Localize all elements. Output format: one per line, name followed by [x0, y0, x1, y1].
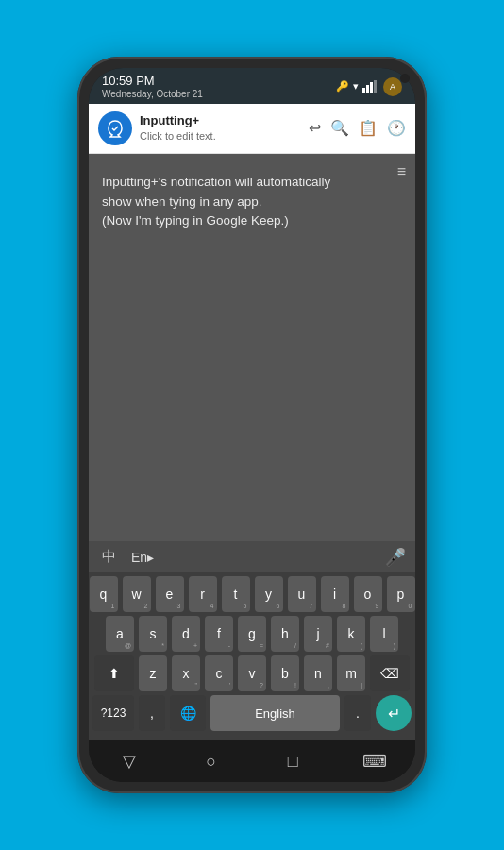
- signal-icon: [362, 80, 379, 94]
- keyboard-switch-button[interactable]: ⌨: [358, 744, 392, 778]
- svg-rect-3: [374, 80, 377, 94]
- key-o[interactable]: o9: [354, 576, 382, 612]
- notif-actions: ↩ 🔍 📋 🕐: [309, 119, 406, 137]
- phone-frame: 10:59 PM Wednesday, October 21 🔑 ▾ A: [77, 57, 427, 793]
- notif-subtitle: Click to edit text.: [140, 129, 301, 143]
- search-button[interactable]: 🔍: [330, 119, 349, 137]
- space-key[interactable]: English: [210, 695, 340, 731]
- key-c[interactable]: c': [205, 655, 233, 691]
- enter-key[interactable]: ↵: [376, 695, 412, 731]
- key-n[interactable]: n,: [304, 655, 332, 691]
- comma-key[interactable]: ,: [139, 695, 165, 731]
- globe-key[interactable]: 🌐: [170, 695, 206, 731]
- key-p[interactable]: p0: [387, 576, 415, 612]
- key-r[interactable]: r4: [189, 576, 217, 612]
- key-icon: 🔑: [336, 80, 349, 93]
- shift-key[interactable]: ⬆: [94, 655, 134, 691]
- keyboard-toolbar: 中 En▸ 🎤: [89, 541, 415, 572]
- key-a[interactable]: a@: [106, 616, 134, 652]
- camera-dot: [400, 74, 410, 83]
- notification-text: Inputting+ Click to edit text.: [140, 113, 301, 143]
- status-date: Wednesday, October 21: [102, 89, 203, 100]
- key-j[interactable]: j#: [304, 616, 332, 652]
- delete-key[interactable]: ⌫: [370, 655, 410, 691]
- hamburger-button[interactable]: ≡: [397, 163, 406, 180]
- key-q[interactable]: q1: [90, 576, 118, 612]
- bottom-nav: ▽ ○ □ ⌨: [89, 740, 415, 782]
- status-left: 10:59 PM Wednesday, October 21: [102, 74, 203, 100]
- key-row-4: ?123 , 🌐 English . ↵: [92, 695, 412, 737]
- history-button[interactable]: 🕐: [387, 119, 406, 137]
- key-s[interactable]: s*: [139, 616, 167, 652]
- key-row-2: a@ s* d+ f- g= h/ j# k( l): [92, 616, 412, 652]
- svg-rect-0: [362, 88, 365, 94]
- numbers-key[interactable]: ?123: [92, 695, 134, 731]
- chinese-char-button[interactable]: 中: [98, 546, 120, 568]
- content-text: Inputting+'s notification will automatic…: [102, 173, 402, 232]
- key-row-3: ⬆ z_ x" c' v? b! n, m| ⌫: [92, 655, 412, 691]
- key-w[interactable]: w2: [123, 576, 151, 612]
- back-button[interactable]: ▽: [112, 744, 146, 778]
- key-f[interactable]: f-: [205, 616, 233, 652]
- key-row-1: q1 w2 e3 r4 t5 y6 u7 i8 o9 p0: [92, 576, 412, 612]
- status-icons: 🔑 ▾ A: [336, 77, 402, 96]
- key-z[interactable]: z_: [139, 655, 167, 691]
- notification-bar[interactable]: Inputting+ Click to edit text. ↩ 🔍 📋 🕐: [89, 104, 415, 154]
- keyboard[interactable]: 中 En▸ 🎤 q1 w2 e3 r4 t5 y6 u7 i8 o9 p0: [89, 541, 415, 740]
- key-g[interactable]: g=: [238, 616, 266, 652]
- svg-rect-2: [370, 82, 373, 94]
- clipboard-button[interactable]: 📋: [359, 119, 378, 137]
- key-e[interactable]: e3: [156, 576, 184, 612]
- key-u[interactable]: u7: [288, 576, 316, 612]
- home-button[interactable]: ○: [194, 744, 228, 778]
- key-h[interactable]: h/: [271, 616, 299, 652]
- mic-button[interactable]: 🎤: [385, 547, 406, 568]
- content-area: ≡ Inputting+'s notification will automat…: [89, 154, 415, 541]
- undo-button[interactable]: ↩: [309, 119, 321, 137]
- recents-button[interactable]: □: [276, 744, 310, 778]
- svg-rect-1: [366, 85, 369, 94]
- key-m[interactable]: m|: [337, 655, 365, 691]
- phone-screen: 10:59 PM Wednesday, October 21 🔑 ▾ A: [89, 68, 415, 782]
- status-bar: 10:59 PM Wednesday, October 21 🔑 ▾ A: [89, 68, 415, 104]
- key-b[interactable]: b!: [271, 655, 299, 691]
- notif-app-name: Inputting+: [140, 113, 301, 129]
- keyboard-keys: q1 w2 e3 r4 t5 y6 u7 i8 o9 p0 a@ s* d+ f…: [89, 572, 415, 737]
- wifi-icon: ▾: [353, 80, 359, 93]
- key-t[interactable]: t5: [222, 576, 250, 612]
- key-x[interactable]: x": [172, 655, 200, 691]
- language-button[interactable]: En▸: [131, 550, 154, 565]
- key-v[interactable]: v?: [238, 655, 266, 691]
- key-i[interactable]: i8: [321, 576, 349, 612]
- app-icon: [98, 111, 132, 145]
- status-time: 10:59 PM: [102, 74, 203, 89]
- key-d[interactable]: d+: [172, 616, 200, 652]
- key-k[interactable]: k(: [337, 616, 365, 652]
- period-key[interactable]: .: [344, 695, 371, 731]
- key-l[interactable]: l): [370, 616, 398, 652]
- key-y[interactable]: y6: [255, 576, 283, 612]
- avatar: A: [383, 77, 402, 96]
